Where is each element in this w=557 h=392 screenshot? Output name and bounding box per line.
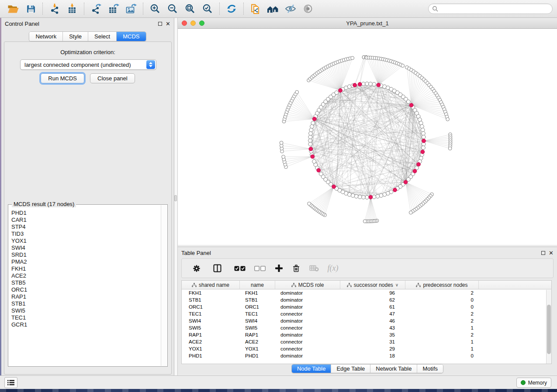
optimization-criterion-select[interactable]: largest connected component (undirected) — [20, 59, 156, 70]
mcds-result-item[interactable]: ORC1 — [11, 286, 161, 293]
zoom-selected-icon[interactable] — [199, 1, 216, 16]
zoom-fit-icon[interactable] — [181, 1, 199, 16]
search-input[interactable] — [438, 6, 549, 12]
network-view-window: YPA_prune.txt_1 — [178, 18, 557, 245]
function-builder-icon[interactable]: f(x) — [323, 262, 343, 275]
hide-selected-icon[interactable] — [282, 1, 299, 16]
mcds-result-item[interactable]: SWI5 — [11, 307, 161, 314]
mcds-result-item[interactable]: PMA2 — [11, 258, 161, 265]
mcds-result-item[interactable]: TID3 — [11, 230, 161, 237]
table-row[interactable]: PHD1PHD1dominator180 — [182, 352, 551, 359]
deselect-all-icon[interactable] — [250, 262, 270, 275]
network-canvas[interactable] — [178, 29, 556, 244]
run-mcds-button[interactable]: Run MCDS — [41, 73, 84, 83]
export-image-icon[interactable] — [122, 1, 140, 16]
close-panel-button[interactable]: ✕ — [166, 22, 170, 26]
graph-node — [309, 131, 313, 135]
table-row[interactable]: SWI4SWI4dominator462 — [182, 317, 551, 324]
mcds-result-item[interactable]: GCR1 — [11, 321, 161, 328]
table-row[interactable]: YOX1YOX1connector291 — [182, 345, 551, 352]
memory-button-label: Memory — [528, 380, 547, 386]
splitter-grip[interactable] — [174, 195, 177, 201]
mcds-result-item[interactable]: FKH1 — [11, 265, 161, 272]
mcds-result-item[interactable]: STB5 — [11, 279, 161, 286]
export-table-icon[interactable] — [105, 1, 122, 16]
control-panel-title: Control Panel — [5, 21, 39, 27]
float-table-panel-button[interactable] — [541, 251, 545, 255]
open-folder-icon[interactable] — [4, 1, 22, 16]
tab-edge-table[interactable]: Edge Table — [331, 364, 370, 373]
mcds-result-item[interactable]: STP4 — [11, 224, 161, 230]
tab-style[interactable]: Style — [63, 32, 88, 41]
import-network-icon[interactable] — [46, 1, 63, 16]
mcds-node — [353, 83, 357, 87]
column-header-successor-nodes[interactable]: successor nodes∨ — [340, 281, 405, 289]
mcds-node — [309, 147, 313, 151]
mcds-result-item[interactable]: CAR1 — [11, 217, 161, 224]
close-panel-button-mcds[interactable]: Close panel — [90, 73, 135, 83]
refresh-icon[interactable] — [223, 1, 240, 16]
graph-leaf-node — [282, 155, 285, 158]
table-row[interactable]: ORC1ORC1dominator610 — [182, 303, 551, 310]
show-columns-icon[interactable] — [204, 262, 230, 275]
column-header-shared-name[interactable]: shared name — [182, 281, 240, 289]
table-cell: 1 — [405, 346, 479, 351]
graph-node — [308, 135, 312, 139]
zoom-out-icon[interactable] — [164, 1, 181, 16]
table-scrollbar-thumb[interactable] — [547, 305, 551, 354]
tab-mcds[interactable]: MCDS — [117, 32, 145, 41]
vertical-splitter[interactable] — [174, 18, 178, 376]
add-column-icon[interactable] — [270, 262, 287, 275]
delete-column-icon[interactable] — [287, 262, 305, 275]
graph-node — [422, 131, 426, 135]
tab-select[interactable]: Select — [88, 32, 117, 41]
attribute-type-icon — [347, 283, 352, 287]
select-all-icon[interactable] — [230, 262, 250, 275]
float-panel-button[interactable] — [158, 22, 162, 26]
mcds-result-item[interactable]: RAP1 — [11, 293, 161, 300]
tab-network[interactable]: Network — [29, 32, 63, 41]
table-cell: connector — [275, 346, 340, 351]
close-table-panel-button[interactable]: ✕ — [549, 251, 554, 255]
mcds-node — [393, 188, 397, 192]
delete-table-icon[interactable] — [305, 262, 323, 275]
search-field[interactable] — [428, 3, 553, 14]
show-all-icon[interactable] — [299, 1, 317, 16]
memory-button[interactable]: Memory — [516, 378, 551, 388]
table-row[interactable]: STB1STB1dominator620 — [182, 296, 551, 303]
table-row[interactable]: FKH1FKH1dominator962 — [182, 289, 551, 296]
save-icon[interactable] — [22, 1, 39, 16]
column-header-name[interactable]: name — [240, 281, 275, 289]
attribute-type-icon — [192, 283, 197, 287]
mcds-result-item[interactable]: SRD1 — [11, 251, 161, 258]
control-panel: Control Panel ✕ NetworkStyleSelectMCDS O… — [1, 18, 174, 375]
graph-leaf-node — [308, 202, 311, 206]
zoom-in-icon[interactable] — [146, 1, 164, 16]
tab-motifs[interactable]: Motifs — [417, 364, 443, 373]
mcds-result-item[interactable]: SWI4 — [11, 244, 161, 251]
settings-gear-icon[interactable] — [189, 262, 204, 275]
import-table-icon[interactable] — [63, 1, 81, 16]
tab-node-table[interactable]: Node Table — [292, 364, 332, 373]
export-network-icon[interactable] — [87, 1, 105, 16]
mcds-result-item[interactable]: TEC1 — [11, 314, 161, 321]
table-row[interactable]: SWI5SWI5connector431 — [182, 324, 551, 331]
table-scrollbar[interactable] — [546, 290, 551, 364]
first-neighbors-icon[interactable] — [264, 1, 282, 16]
mcds-result-item[interactable]: STB1 — [11, 300, 161, 307]
mcds-result-item[interactable]: ACE2 — [11, 272, 161, 279]
column-header-predecessor-nodes[interactable]: predecessor nodes — [405, 281, 479, 289]
mcds-list-scrollbar[interactable] — [161, 205, 167, 366]
task-history-button[interactable] — [4, 377, 17, 388]
mcds-result-item[interactable]: YOX1 — [11, 237, 161, 244]
graph-node — [379, 194, 383, 198]
table-row[interactable]: ACE2ACE2connector311 — [182, 338, 551, 345]
tab-network-table[interactable]: Network Table — [370, 364, 417, 373]
select-stepper-icon — [146, 60, 155, 69]
mcds-result-item[interactable]: PHD1 — [11, 210, 161, 217]
table-row[interactable]: RAP1RAP1dominator352 — [182, 331, 551, 338]
table-row[interactable]: TEC1TEC1connector472 — [182, 310, 551, 317]
network-window-titlebar[interactable]: YPA_prune.txt_1 — [178, 18, 557, 29]
clone-network-icon[interactable] — [247, 1, 264, 16]
column-header-MCDS-role[interactable]: MCDS role — [275, 281, 340, 289]
